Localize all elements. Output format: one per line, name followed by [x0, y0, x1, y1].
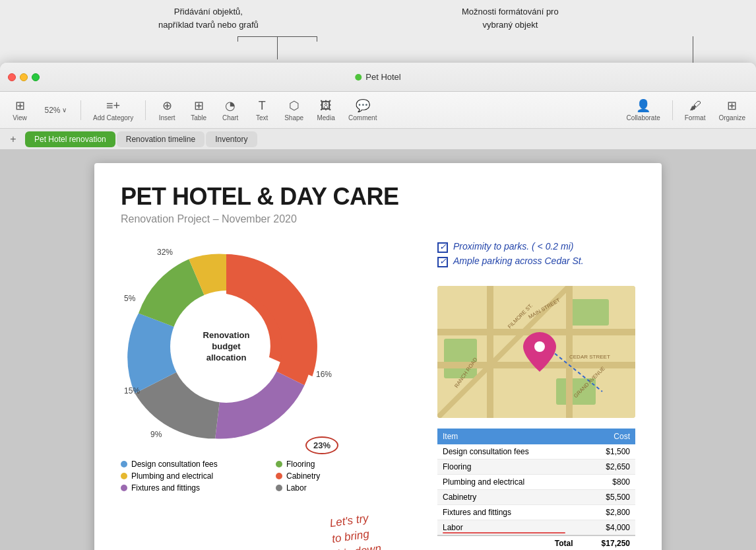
right-panel: Proximity to parks. ( < 0.2 mi) Ample pa… — [437, 241, 635, 550]
document-subtitle: Renovation Project – November 2020 — [121, 213, 635, 225]
collaborate-icon: 👤 — [636, 98, 650, 113]
minimize-button[interactable] — [20, 73, 28, 81]
pct-bottom-left: 15% — [124, 386, 140, 395]
comment-button[interactable]: 💬 Comment — [343, 96, 382, 124]
circle-annotation-area: 23% — [305, 436, 418, 454]
col-item: Item — [437, 429, 579, 444]
view-icon: ⊞ — [15, 98, 25, 113]
tab-inventory[interactable]: Inventory — [206, 131, 257, 147]
view-button[interactable]: ⊞ View — [5, 96, 34, 124]
add-category-icon: ≡+ — [106, 99, 120, 113]
legend-fixtures: Fixtures and fittings — [121, 483, 263, 493]
tab-timeline[interactable]: Renovation timeline — [117, 131, 205, 147]
table-row: Design consultation fees $1,500 — [437, 444, 635, 460]
shape-button[interactable]: ⬡ Shape — [279, 96, 309, 124]
format-button[interactable]: 🖌 Format — [679, 96, 711, 124]
zoom-button[interactable]: 52% ∨ — [37, 103, 74, 118]
maximize-button[interactable] — [32, 73, 40, 81]
svg-text:CEDAR STREET: CEDAR STREET — [569, 354, 610, 360]
comment-icon: 💬 — [356, 98, 370, 113]
chart-icon: ◔ — [225, 98, 236, 113]
separator-1 — [80, 100, 81, 120]
add-category-button[interactable]: ≡+ Add Category — [88, 96, 139, 124]
chart-legend: Design consultation fees Flooring Plumbi… — [121, 460, 418, 493]
pct-top: 32% — [157, 248, 173, 257]
close-button[interactable] — [8, 73, 16, 81]
document-title: PET HOTEL & DAY CARE — [121, 183, 635, 211]
tab-renovation[interactable]: Pet Hotel renovation — [25, 131, 115, 147]
left-panel: 32% 16% 5% 15% 9% Renovation budget allo… — [121, 241, 418, 550]
labor-cell: Labor — [437, 520, 579, 536]
col-cost: Cost — [579, 429, 635, 444]
add-tab-button[interactable]: + — [7, 133, 20, 146]
table-row-labor: Labor $4,000 — [437, 520, 635, 536]
organize-icon: ⊞ — [727, 98, 737, 113]
pct-left: 5% — [124, 294, 135, 303]
checkbox-1[interactable] — [437, 257, 448, 267]
table-row: Cabinetry $5,500 — [437, 490, 635, 505]
legend-dot-labor — [276, 485, 282, 491]
window-title: Pet Hotel — [365, 72, 400, 82]
separator-2 — [145, 100, 146, 120]
legend-design: Design consultation fees — [121, 460, 263, 469]
text-button[interactable]: T Text — [247, 96, 276, 124]
table-row: Fixtures and fittings $2,800 — [437, 505, 635, 520]
main-window: Pet Hotel ⊞ View 52% ∨ ≡+ Add Category ⊕… — [0, 63, 756, 550]
check-item-0: Proximity to parks. ( < 0.2 mi) — [437, 241, 635, 253]
annotation-left: Přidávání objektů, například tvarů nebo … — [158, 5, 259, 31]
text-icon: T — [259, 99, 266, 113]
insert-button[interactable]: ⊕ Insert — [152, 96, 181, 124]
tabs-bar: + Pet Hotel renovation Renovation timeli… — [0, 129, 756, 150]
table-row: Plumbing and electrical $800 — [437, 475, 635, 490]
checkbox-0[interactable] — [437, 242, 448, 253]
media-icon: 🖼 — [320, 99, 332, 113]
collaborate-button[interactable]: 👤 Collaborate — [621, 96, 666, 124]
toolbar: ⊞ View 52% ∨ ≡+ Add Category ⊕ Insert ⊞ … — [0, 92, 756, 129]
titlebar: Pet Hotel — [0, 63, 756, 92]
table-total-row: Total $17,250 — [437, 535, 635, 550]
format-icon: 🖌 — [689, 99, 701, 113]
organize-button[interactable]: ⊞ Organize — [713, 96, 751, 124]
chart-center-label: Renovation budget allocation — [193, 330, 259, 364]
table-row: Flooring $2,650 — [437, 460, 635, 475]
check-item-1: Ample parking across Cedar St. — [437, 256, 635, 267]
annotation-right: Možnosti formátování pro vybraný objekt — [462, 5, 559, 31]
media-button[interactable]: 🖼 Media — [311, 96, 340, 124]
chart-button[interactable]: ◔ Chart — [216, 96, 245, 124]
svg-rect-3 — [569, 299, 609, 326]
table-icon: ⊞ — [194, 98, 204, 113]
data-table-container: Item Cost Design consultation fees $1,50… — [437, 429, 635, 550]
map-image: FILMORE ST. MAIN STREET CEDAR STREET RAN… — [437, 286, 635, 418]
shape-icon: ⬡ — [289, 98, 299, 113]
budget-table: Item Cost Design consultation fees $1,50… — [437, 429, 635, 550]
main-content: PET HOTEL & DAY CARE Renovation Project … — [0, 150, 756, 550]
legend-dot-flooring — [276, 461, 282, 467]
legend-cabinetry: Cabinetry — [276, 471, 418, 481]
legend-labor: Labor — [276, 483, 418, 493]
handwritten-note: Let's tryto bringthis down — [332, 512, 379, 550]
legend-dot-plumbing — [121, 473, 127, 479]
checklist: Proximity to parks. ( < 0.2 mi) Ample pa… — [437, 241, 635, 270]
table-button[interactable]: ⊞ Table — [184, 96, 213, 124]
pct-bottom: 9% — [150, 430, 162, 439]
legend-flooring: Flooring — [276, 460, 418, 469]
legend-dot-design — [121, 461, 127, 467]
document-canvas: PET HOTEL & DAY CARE Renovation Project … — [94, 163, 662, 550]
map-svg: FILMORE ST. MAIN STREET CEDAR STREET RAN… — [437, 286, 635, 418]
traffic-lights — [8, 73, 40, 81]
legend-dot-fixtures — [121, 485, 127, 491]
circle-annotation-23: 23% — [305, 436, 338, 454]
window-title-area: Pet Hotel — [355, 72, 400, 82]
pct-right: 16% — [316, 370, 332, 379]
title-dot — [355, 74, 362, 81]
insert-icon: ⊕ — [162, 98, 172, 113]
labor-underline — [443, 532, 565, 533]
legend-dot-cabinetry — [276, 473, 282, 479]
separator-3 — [672, 100, 673, 120]
svg-point-18 — [534, 341, 545, 352]
donut-chart: 32% 16% 5% 15% 9% Renovation budget allo… — [121, 241, 332, 452]
legend-plumbing: Plumbing and electrical — [121, 471, 263, 481]
